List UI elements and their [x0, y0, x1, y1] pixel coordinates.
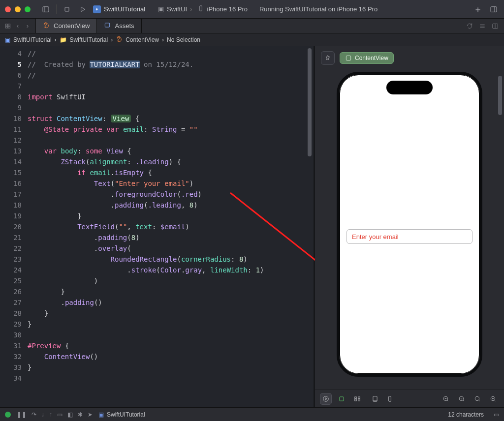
environment-overrides-icon[interactable]: ✱ [78, 411, 83, 418]
line-number[interactable]: 10 [0, 113, 22, 124]
tab-contentview[interactable]: ContentView [36, 19, 97, 33]
line-number[interactable]: 25 [0, 275, 22, 286]
zoom-actual-button[interactable] [456, 393, 468, 405]
line-number[interactable]: 9 [0, 102, 22, 113]
preview-provider-chip[interactable]: ContentView [340, 52, 394, 64]
code-line[interactable] [28, 81, 314, 91]
code-line[interactable]: .overlay( [28, 243, 314, 254]
line-number[interactable]: 7 [0, 81, 22, 91]
preview-device-button[interactable] [384, 393, 396, 405]
run-button[interactable] [77, 4, 88, 15]
code-line[interactable]: } [28, 362, 314, 373]
location-icon[interactable]: ➤ [88, 411, 93, 418]
add-button[interactable]: ＋ [472, 4, 483, 15]
line-number[interactable]: 19 [0, 210, 22, 221]
step-in-icon[interactable]: ↓ [41, 411, 44, 418]
crumb-file[interactable]: ContentView [126, 36, 159, 43]
pause-icon[interactable]: ❚❚ [17, 411, 27, 418]
crumb-folder[interactable]: SwiftUITutorial [70, 36, 108, 43]
device-preview-iphone[interactable]: Enter your email [337, 72, 482, 377]
refresh-preview-button[interactable] [466, 22, 473, 30]
code-line[interactable]: if email.isEmpty { [28, 167, 314, 178]
alt-scheme-selector[interactable]: ▣ SwiftUI › [158, 5, 192, 13]
toggle-inspector-button[interactable] [488, 4, 499, 15]
code-line[interactable]: struct ContentView: View { [28, 113, 314, 124]
code-line[interactable]: var body: some View { [28, 146, 314, 156]
line-number[interactable]: 12 [0, 135, 22, 146]
zoom-fit-button[interactable] [472, 393, 483, 405]
line-number[interactable]: 6 [0, 70, 22, 81]
adjust-editor-options-button[interactable] [478, 22, 486, 30]
code-line[interactable] [28, 135, 314, 146]
code-line[interactable]: ZStack(alignment: .leading) { [28, 156, 314, 167]
line-number[interactable]: 8 [0, 91, 22, 102]
line-number[interactable]: 32 [0, 351, 22, 362]
crumb-selection[interactable]: No Selection [167, 36, 200, 43]
close-window-button[interactable] [5, 6, 11, 12]
device-settings-button[interactable] [369, 393, 381, 405]
code-line[interactable]: // [28, 48, 314, 59]
code-line[interactable]: } [28, 319, 314, 330]
line-number[interactable]: 4 [0, 48, 22, 59]
code-line[interactable]: } [28, 308, 314, 319]
build-status-indicator[interactable] [5, 412, 11, 418]
line-number[interactable]: 22 [0, 243, 22, 254]
zoom-in-button[interactable] [487, 393, 499, 405]
minimize-window-button[interactable] [15, 6, 21, 12]
toggle-debug-area-icon[interactable]: ▭ [494, 411, 499, 418]
debug-process[interactable]: ▣ SwiftUITutorial [98, 411, 145, 418]
code-line[interactable]: ContentView() [28, 351, 314, 362]
code-line[interactable] [28, 330, 314, 340]
code-line[interactable]: RoundedRectangle(cornerRadius: 8) [28, 254, 314, 265]
code-line[interactable]: ) [28, 275, 314, 286]
debug-view-icon[interactable]: ▭ [57, 411, 63, 418]
line-number[interactable]: 33 [0, 362, 22, 373]
live-preview-play-button[interactable] [320, 393, 332, 405]
preview-text-field[interactable]: Enter your email [346, 229, 472, 244]
line-number[interactable]: 17 [0, 189, 22, 200]
code-line[interactable]: .foregroundColor(.red) [28, 189, 314, 200]
line-number[interactable]: 28 [0, 308, 22, 319]
scheme-selector[interactable]: ✦ SwiftUITutorial [93, 5, 145, 13]
preview-variants-button[interactable] [351, 393, 363, 405]
code-line[interactable]: // [28, 70, 314, 81]
line-number[interactable]: 34 [0, 373, 22, 384]
line-number[interactable]: 15 [0, 167, 22, 178]
run-destination-selector[interactable]: iPhone 16 Pro [197, 5, 248, 13]
line-number[interactable]: 29 [0, 319, 22, 330]
code-line[interactable]: .stroke(Color.gray, lineWidth: 1) [28, 265, 314, 275]
related-items-button[interactable] [4, 22, 12, 30]
line-number[interactable]: 13 [0, 146, 22, 156]
line-number[interactable]: 5 [0, 59, 22, 70]
line-number[interactable]: 16 [0, 178, 22, 189]
code-line[interactable]: #Preview { [28, 340, 314, 351]
line-number[interactable]: 26 [0, 286, 22, 297]
nav-forward-button[interactable]: › [24, 22, 32, 30]
code-line[interactable] [28, 102, 314, 113]
tab-assets[interactable]: Assets [97, 19, 141, 33]
line-number[interactable]: 24 [0, 265, 22, 275]
code-line[interactable]: } [28, 286, 314, 297]
step-over-icon[interactable]: ↷ [32, 411, 36, 418]
code-line[interactable]: @State private var email: String = "" [28, 124, 314, 135]
preview-scrollbar[interactable] [498, 76, 503, 115]
step-out-icon[interactable]: ↑ [49, 411, 52, 418]
code-line[interactable]: .padding(8) [28, 232, 314, 243]
line-number[interactable]: 20 [0, 221, 22, 232]
code-line[interactable]: import SwiftUI [28, 91, 314, 102]
selectable-preview-button[interactable] [336, 393, 347, 405]
pin-preview-button[interactable] [321, 51, 335, 65]
stop-button[interactable] [62, 4, 72, 15]
crumb-project[interactable]: SwiftUITutorial [13, 36, 52, 43]
jump-bar[interactable]: ▣SwiftUITutorial › 📁SwiftUITutorial › Co… [0, 33, 504, 46]
zoom-out-button[interactable] [440, 393, 452, 405]
code-area[interactable]: //// Created by TUTORIALKART on 15/12/24… [28, 46, 314, 407]
line-number[interactable]: 27 [0, 297, 22, 308]
zoom-window-button[interactable] [25, 6, 31, 12]
code-line[interactable]: } [28, 210, 314, 221]
line-number[interactable]: 14 [0, 156, 22, 167]
code-editor[interactable]: 4567891011121314151617181920212223242526… [0, 46, 315, 407]
line-number[interactable]: 30 [0, 330, 22, 340]
code-line[interactable] [28, 373, 314, 384]
code-line[interactable]: // Created by TUTORIALKART on 15/12/24. [28, 59, 314, 70]
